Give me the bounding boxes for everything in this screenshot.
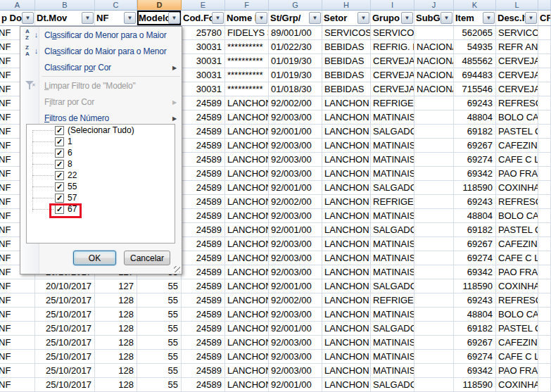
cell-j[interactable]	[414, 167, 454, 181]
cell-m[interactable]	[538, 223, 551, 237]
column-letter-h[interactable]: H	[322, 0, 371, 10]
cell-m[interactable]	[538, 251, 551, 265]
cell-i[interactable]: SALGADOS	[371, 279, 414, 293]
cell-d[interactable]: 55	[137, 336, 182, 350]
cell-l[interactable]: COXINHA	[496, 181, 538, 195]
filter-button-h[interactable]: ▼	[357, 12, 369, 24]
cell-e[interactable]: 24589	[182, 364, 225, 378]
cell-f[interactable]: **********	[225, 82, 269, 96]
cell-g[interactable]: 92/003/00	[269, 110, 322, 125]
cell-l[interactable]: SERVICO P	[496, 26, 538, 40]
cell-j[interactable]: NACIONA	[414, 82, 454, 96]
cell-e[interactable]: 30031	[182, 40, 225, 54]
cell-l[interactable]: CAFEZINH	[496, 336, 538, 350]
cell-j[interactable]	[414, 26, 454, 40]
header-cell-f[interactable]: Nome F▼	[225, 11, 269, 25]
filter-button-g[interactable]: ▼	[309, 12, 321, 24]
cell-f[interactable]: LANCHON	[225, 378, 269, 392]
header-cell-j[interactable]: SubGru▼	[414, 11, 454, 25]
cell-e[interactable]: 24589	[182, 322, 225, 336]
cell-g[interactable]: 01/019/30	[269, 54, 322, 68]
cell-h[interactable]: LANCHON	[322, 223, 371, 237]
menu-item-filter-by-color[interactable]: Filtrar por Cor ▶	[20, 94, 182, 110]
cell-d[interactable]: 55	[137, 322, 182, 336]
cell-h[interactable]: LANCHON	[322, 167, 371, 181]
cell-h[interactable]: LANCHON	[322, 237, 371, 251]
cell-l[interactable]: BOLO CAS	[496, 209, 538, 223]
cell-c[interactable]: 128	[95, 308, 137, 322]
cell-h[interactable]: SERVICOS	[322, 26, 371, 40]
menu-item-clear-filter[interactable]: ✕ Limpar Filtro de "Modelo"	[20, 77, 182, 94]
menu-item-sort-ascending[interactable]: AZ↓ Classificar do Menor para o Maior	[20, 27, 182, 43]
cell-k[interactable]: 69243	[454, 293, 496, 308]
filter-value-6[interactable]: ✓6	[27, 147, 175, 158]
cell-f[interactable]: LANCHON	[225, 209, 269, 223]
cell-k[interactable]: 69274	[454, 350, 496, 364]
cell-g[interactable]: 92/003/00	[269, 209, 322, 223]
cell-f[interactable]: LANCHON	[225, 322, 269, 336]
cell-e[interactable]: 24589	[182, 378, 225, 392]
cell-f[interactable]: **********	[225, 68, 269, 82]
cell-f[interactable]: LANCHON	[225, 125, 269, 139]
cell-h[interactable]: LANCHON	[322, 181, 371, 195]
cell-g[interactable]: 92/001/00	[269, 223, 322, 237]
cell-f[interactable]: LANCHON	[225, 195, 269, 209]
header-cell-m[interactable]: CF	[538, 11, 551, 25]
cell-l[interactable]: CAFEZINH	[496, 139, 538, 153]
cell-a[interactable]: NF	[0, 336, 35, 350]
cell-k[interactable]: 69243	[454, 195, 496, 209]
cell-b[interactable]: 25/10/2017	[35, 378, 95, 392]
cell-f[interactable]: LANCHON	[225, 251, 269, 265]
cell-f[interactable]: LANCHON	[225, 223, 269, 237]
cell-m[interactable]	[538, 209, 551, 223]
cell-k[interactable]: 69182	[454, 223, 496, 237]
cell-l[interactable]: COXINHA	[496, 279, 538, 293]
cell-j[interactable]	[414, 308, 454, 322]
cell-l[interactable]: CAFEZINH	[496, 237, 538, 251]
cell-m[interactable]	[538, 181, 551, 195]
cell-k[interactable]: 69342	[454, 364, 496, 378]
cell-a[interactable]: NF	[0, 364, 35, 378]
cell-d[interactable]: 55	[137, 279, 182, 293]
filter-value-8[interactable]: ✓8	[27, 158, 175, 170]
cell-k[interactable]: 69243	[454, 96, 496, 110]
cell-c[interactable]: 128	[95, 293, 137, 308]
filter-value-57[interactable]: ✓57	[27, 192, 175, 203]
cell-l[interactable]: PAO FRAN	[496, 265, 538, 279]
cell-d[interactable]: 55	[137, 350, 182, 364]
cell-h[interactable]: BEBIDAS	[322, 54, 371, 68]
column-letter-g[interactable]: G	[269, 0, 322, 10]
cell-l[interactable]: REFRESCO	[496, 293, 538, 308]
cell-g[interactable]: 92/003/00	[269, 153, 322, 167]
cell-l[interactable]: COXINHA	[496, 378, 538, 392]
cell-j[interactable]	[414, 96, 454, 110]
header-cell-e[interactable]: Cod.Fo▼	[182, 11, 225, 25]
cell-m[interactable]	[538, 40, 551, 54]
cell-k[interactable]: 118590	[454, 378, 496, 392]
cell-e[interactable]: 24589	[182, 181, 225, 195]
filter-button-a[interactable]: ▼	[22, 12, 34, 24]
cell-h[interactable]: LANCHON	[322, 251, 371, 265]
column-letter-c[interactable]: C	[95, 0, 137, 10]
cell-k[interactable]: 54935	[454, 40, 496, 54]
cell-m[interactable]	[538, 167, 551, 181]
cell-b[interactable]: 25/10/2017	[35, 293, 95, 308]
cancel-button[interactable]: Cancelar	[124, 251, 170, 265]
cell-g[interactable]: 89/001/00	[269, 26, 322, 40]
cell-c[interactable]: 128	[95, 364, 137, 378]
checkbox-checked[interactable]: ✓	[55, 126, 64, 135]
cell-e[interactable]: 24589	[182, 153, 225, 167]
cell-m[interactable]	[538, 26, 551, 40]
cell-l[interactable]: REFRESCO	[496, 195, 538, 209]
cell-h[interactable]: LANCHON	[322, 110, 371, 125]
cell-e[interactable]: 24589	[182, 195, 225, 209]
cell-k[interactable]: 48804	[454, 110, 496, 125]
cell-k[interactable]: 48804	[454, 209, 496, 223]
cell-e[interactable]: 24589	[182, 209, 225, 223]
header-cell-c[interactable]: NF▼	[95, 11, 137, 25]
cell-h[interactable]: BEBIDAS	[322, 40, 371, 54]
cell-e[interactable]: 24589	[182, 293, 225, 308]
cell-c[interactable]: 127	[95, 279, 137, 293]
cell-k[interactable]: 694483	[454, 68, 496, 82]
cell-f[interactable]: LANCHON	[225, 279, 269, 293]
